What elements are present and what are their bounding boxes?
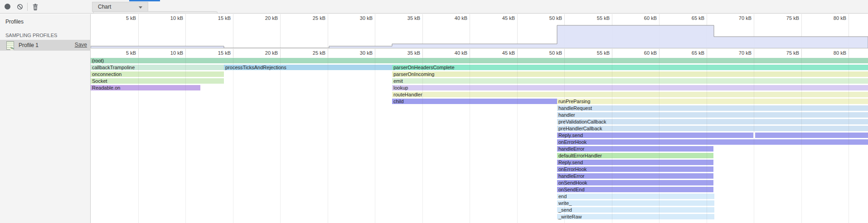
flame-bar[interactable]: callbackTrampoline xyxy=(91,65,224,70)
save-profile-link[interactable]: Save xyxy=(75,42,87,48)
clear-profiles-button[interactable] xyxy=(17,4,23,10)
overview-tick-label: 35 kB xyxy=(384,15,420,21)
flame-gridline xyxy=(659,57,659,223)
flame-gridline xyxy=(138,57,139,223)
overview-pane[interactable]: 5 kB10 kB15 kB20 kB25 kB30 kB35 kB40 kB4… xyxy=(91,14,868,48)
flame-ruler-label: 65 kB xyxy=(668,50,704,56)
flame-bar[interactable]: parserOnHeadersComplete xyxy=(392,65,868,70)
flame-gridline xyxy=(233,57,233,223)
flame-bar[interactable]: preHandlerCallback xyxy=(557,126,868,131)
flame-ruler-tick xyxy=(422,49,423,57)
active-tab-indicator xyxy=(129,0,160,1)
flame-ruler-label: 20 kB xyxy=(242,50,278,56)
overview-tick-label: 55 kB xyxy=(573,15,610,21)
flame-bar[interactable]: write_ xyxy=(557,200,714,206)
flame-bar[interactable]: handler xyxy=(557,112,868,118)
overview-tick-label: 10 kB xyxy=(147,15,183,21)
overview-tick-label: 15 kB xyxy=(194,15,231,21)
overview-tick-label: 70 kB xyxy=(715,15,752,21)
flame-bar[interactable]: runPreParsing xyxy=(557,99,868,104)
flame-ruler-label: 40 kB xyxy=(431,50,467,56)
flame-ruler-tick xyxy=(138,49,139,57)
overview-tick-label: 80 kB xyxy=(810,15,846,21)
record-button[interactable] xyxy=(5,4,11,10)
flame-ruler-tick xyxy=(328,49,328,57)
flame-bar[interactable]: _send xyxy=(557,207,714,213)
flame-ruler-tick xyxy=(707,49,707,57)
flame-ruler-tick xyxy=(564,49,565,57)
flame-ruler-tick xyxy=(280,49,281,57)
flame-ruler-label: 45 kB xyxy=(479,50,515,56)
flame-gridline xyxy=(801,57,802,223)
view-mode-value: Chart xyxy=(98,4,111,10)
flame-bar[interactable]: handleError xyxy=(557,173,713,179)
flame-bar[interactable]: onSendHook xyxy=(557,180,713,185)
flame-gridline xyxy=(612,57,612,223)
flame-gridline xyxy=(470,57,470,223)
flame-bar[interactable]: onErrorHook xyxy=(557,166,713,172)
flame-bar[interactable]: Socket xyxy=(91,78,224,84)
flame-bar[interactable]: handleRequest xyxy=(557,105,868,111)
flame-ruler-tick xyxy=(375,49,375,57)
flame-ruler-tick xyxy=(470,49,470,57)
flame-bar[interactable] xyxy=(755,133,868,138)
flame-gridline xyxy=(517,57,518,223)
block-icon xyxy=(17,4,23,10)
sidebar-item-profile-1[interactable]: % Profile 1 Save xyxy=(0,40,91,51)
flame-ruler-label: 55 kB xyxy=(573,50,610,56)
delete-profile-button[interactable] xyxy=(32,4,39,10)
memory-profiler-panel: Chart Profiles SAMPLING PROFILES % Profi… xyxy=(0,0,868,223)
flame-ruler-label: 25 kB xyxy=(289,50,325,56)
overview-tick-label: 60 kB xyxy=(621,15,657,21)
overview-tick-label: 30 kB xyxy=(336,15,373,21)
flame-bar[interactable]: onErrorHook xyxy=(557,139,868,145)
flame-bar[interactable]: Reply.send xyxy=(557,160,713,165)
flame-chart[interactable]: (root)callbackTrampolineprocessTicksAndR… xyxy=(91,57,868,223)
view-mode-select[interactable]: Chart xyxy=(92,2,148,12)
flame-gridline xyxy=(754,57,754,223)
flame-ruler-label: 50 kB xyxy=(526,50,562,56)
heap-profile-icon: % xyxy=(6,41,14,50)
flame-gridline xyxy=(422,57,423,223)
flame-bar[interactable]: emit xyxy=(392,78,868,84)
flame-bar[interactable]: (root) xyxy=(91,58,868,63)
flame-bar[interactable]: defaultErrorHandler xyxy=(557,153,713,158)
flame-bar[interactable]: _writeRaw xyxy=(557,214,714,219)
flame-bar[interactable]: routeHandler xyxy=(392,92,868,97)
sidebar: Profiles SAMPLING PROFILES % Profile 1 S… xyxy=(0,14,91,223)
flame-ruler-label: 60 kB xyxy=(621,50,657,56)
overview-tick-label: 45 kB xyxy=(479,15,515,21)
horizontal-scrollbar-thumb[interactable] xyxy=(93,11,218,14)
flame-ruler-label: 5 kB xyxy=(100,50,136,56)
flame-bar[interactable]: handleError xyxy=(557,146,713,152)
overview-tick-label: 25 kB xyxy=(289,15,325,21)
overview-tick-label: 5 kB xyxy=(100,15,136,21)
flame-ruler-tick xyxy=(754,49,754,57)
flame-gridline xyxy=(280,57,281,223)
flame-bar[interactable]: lookup xyxy=(392,85,868,90)
flame-bar[interactable]: parserOnIncoming xyxy=(392,71,868,77)
flame-bar[interactable]: child xyxy=(392,99,557,104)
flame-bar[interactable]: preValidationCallback xyxy=(557,119,868,124)
flame-ruler-label: 70 kB xyxy=(715,50,752,56)
flame-ruler-label: 10 kB xyxy=(147,50,183,56)
flame-bar[interactable]: processTicksAndRejections xyxy=(224,65,392,70)
flame-ruler-label: 80 kB xyxy=(810,50,846,56)
flame-ruler-tick xyxy=(612,49,612,57)
flame-bar[interactable]: Reply.send xyxy=(557,133,753,138)
flame-gridline xyxy=(375,57,375,223)
overview-tick-label: 20 kB xyxy=(242,15,278,21)
flame-bar[interactable]: onSendEnd xyxy=(557,187,713,192)
flame-bar[interactable]: onconnection xyxy=(91,71,224,77)
flame-bar[interactable]: Readable.on xyxy=(91,85,200,90)
flame-gridline xyxy=(328,57,328,223)
flame-gridline xyxy=(849,57,849,223)
overview-tick-label: 75 kB xyxy=(763,15,799,21)
flame-ruler-tick xyxy=(185,49,186,57)
overview-tick-label: 50 kB xyxy=(526,15,562,21)
flame-ruler-tick xyxy=(659,49,659,57)
trash-icon xyxy=(32,4,39,10)
flame-ruler-label: 30 kB xyxy=(336,50,373,56)
flame-bar[interactable]: end xyxy=(557,194,714,199)
flame-gridline xyxy=(707,57,707,223)
